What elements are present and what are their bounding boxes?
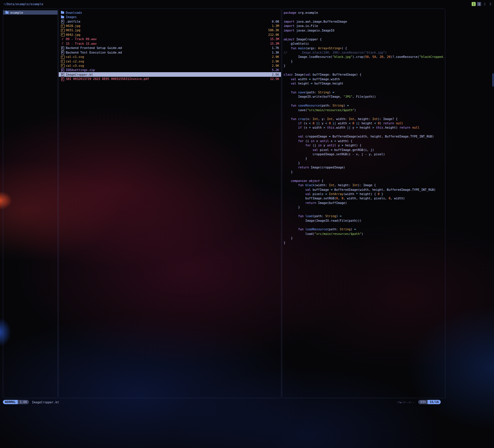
code-line: }	[284, 64, 445, 68]
code-line: }	[284, 205, 445, 209]
code-line: }	[284, 156, 445, 161]
file-row[interactable]: IDEAsettings.zip 5.2K	[59, 68, 281, 72]
file-row[interactable]: Images	[59, 15, 281, 19]
file-name: .dotfile	[66, 20, 270, 23]
code-line: Image(ImageIO.read(File(path)))	[284, 219, 445, 223]
scroll-percent-badge: 93%	[418, 400, 428, 404]
files-pane: Downloads Images .dotfile 0.0B 0028.jpg …	[58, 9, 281, 398]
code-line: fun loadResource(path: String) =	[284, 227, 445, 231]
workspace-tab-2[interactable]: 2	[483, 2, 487, 6]
code-line: fun black(width: Int, height: Int): Imag…	[284, 183, 445, 187]
file-row[interactable]: SBI_0032013739_2023_DE05_0003155631Invoi…	[59, 77, 281, 81]
code-line: val pixels = IntArray(width * height) { …	[284, 192, 445, 196]
file-name: SBI_0032013739_2023_DE05_0003155631Invoi…	[66, 77, 268, 80]
file-row[interactable]: cal-c3.svg 2.9K	[59, 63, 281, 68]
workspace-tab-3[interactable]: 3	[488, 2, 492, 6]
code-line: }	[284, 236, 445, 240]
code-line: fun saveResource(path: String) =	[284, 103, 445, 108]
folder-image-icon	[61, 15, 64, 19]
code-line	[284, 68, 445, 72]
code-line	[284, 130, 445, 134]
audio-icon: ♪	[61, 37, 64, 41]
code-line	[284, 174, 445, 178]
file-row[interactable]: example	[3, 10, 58, 15]
code-line	[284, 15, 445, 19]
code-line: fun save(path: String) =	[284, 90, 445, 95]
workspace-tab-1[interactable]: 1	[472, 2, 476, 6]
code-line	[284, 223, 445, 227]
file-size: 15.3M	[270, 42, 279, 45]
file-size: 0.0B	[272, 20, 279, 23]
file-size: 12.5K	[270, 77, 279, 80]
file-row[interactable]: cal-c1.svg 2.9K	[59, 54, 281, 59]
code-line: return Image(buffImage)	[284, 201, 445, 205]
breadcrumb: ~/Data/example/example	[3, 2, 43, 6]
file-row[interactable]: ♪ 09 - Track 09.wav 15.3M	[59, 37, 281, 41]
image-icon	[61, 28, 64, 32]
scrollbar-thumb[interactable]	[493, 73, 493, 87]
code-line: val croppedImage = BufferedImage(width, …	[284, 134, 445, 139]
file-name: cal-c3.svg	[66, 64, 270, 67]
file-name: cal-c1.svg	[66, 55, 270, 58]
code-line: class Image(val buffImage: BufferedImage…	[284, 72, 445, 77]
code-line: companion object {	[284, 179, 445, 183]
file-row[interactable]: Backend_Test_Execution_Guide.md 1.3K	[59, 50, 281, 54]
file-size: 1.3M	[272, 24, 279, 27]
code-line: Image.loadResource("black.jpg").crop(50,…	[284, 55, 445, 59]
image-icon	[61, 64, 64, 67]
file-size: 2.9K	[272, 60, 279, 63]
code-line: ImageIO.write(buffImage, "JPG", File(pat…	[284, 95, 445, 99]
folder-icon	[5, 11, 9, 14]
code-line: fun crop(x: Int, y: Int, width: Int, hei…	[284, 117, 445, 121]
status-filename: ImageCropper.kt	[32, 400, 59, 404]
file-size: 2.9K	[272, 55, 279, 58]
code-line: buffImage.setRGB(0, 0, width, height, pi…	[284, 196, 445, 201]
file-size: 586.3K	[268, 28, 279, 32]
file-name: 0028.jpg	[66, 24, 270, 27]
parent-pane: example	[3, 9, 58, 398]
code-line: load("src/main/resources/$path")	[284, 232, 445, 236]
file-name: cal-c2.svg	[66, 60, 270, 63]
file-row[interactable]: Backend_Frontend_Setup_Guide.md 1.7K	[59, 46, 281, 50]
code-line: import java.awt.image.BufferedImage	[284, 19, 445, 24]
file-row[interactable]: 0031.jpg 586.3K	[59, 28, 281, 32]
file-row[interactable]: ♪ 15 - Track 15.wav 15.3M	[59, 41, 281, 46]
code-line: if (x < 0 || y < 0 || width < 0 || heigh…	[284, 121, 445, 125]
code-line: val buffImage = BufferedImage(width, hei…	[284, 188, 445, 192]
file-name: example	[10, 11, 53, 14]
kotlin-icon	[61, 72, 64, 76]
file-row[interactable]: 0028.jpg 1.3M	[59, 23, 281, 28]
code-line: object ImageCropper {	[284, 37, 445, 42]
preview-pane: package org.example import java.awt.imag…	[282, 9, 445, 398]
file-name: 0031.jpg	[66, 28, 266, 32]
code-line	[284, 33, 445, 37]
code-line: import java.io.File	[284, 24, 445, 28]
code-line: fun load(path: String) =	[284, 214, 445, 218]
image-icon	[61, 33, 64, 36]
file-name: 09 - Track 09.wav	[66, 37, 268, 41]
code-line: package org.example	[284, 11, 445, 15]
permissions-text: -rw-r--r--	[396, 400, 414, 404]
code-line: for (j in y until y + height) {	[284, 143, 445, 148]
file-row[interactable]: ImageCropper.kt 1.6K	[59, 72, 281, 76]
code-line	[284, 86, 445, 90]
file-name: 15 - Track 15.wav	[66, 42, 268, 45]
code-line	[284, 99, 445, 103]
code-line: }	[284, 161, 445, 165]
mode-badge: NORMAL	[3, 400, 18, 404]
code-line: }	[284, 59, 445, 64]
file-row[interactable]: .dotfile 0.0B	[59, 19, 281, 23]
folder-download-icon	[61, 11, 64, 14]
image-icon	[61, 24, 64, 28]
code-line: croppedImage.setRGB(i - x, j - y, pixel)	[284, 152, 445, 156]
image-icon	[61, 59, 64, 63]
code-line	[284, 210, 445, 214]
file-icon	[61, 19, 64, 23]
file-row[interactable]: cal-c2.svg 2.9K	[59, 59, 281, 63]
file-row[interactable]: 0042.jpg 212.9K	[59, 32, 281, 37]
cursor-position-badge: 15/16	[428, 400, 441, 404]
code-line: val width = buffImage.width	[284, 77, 445, 81]
file-row[interactable]: Downloads	[59, 10, 281, 15]
file-size: 1.7K	[272, 46, 279, 50]
workspace-tab-1[interactable]: 1	[477, 2, 481, 6]
